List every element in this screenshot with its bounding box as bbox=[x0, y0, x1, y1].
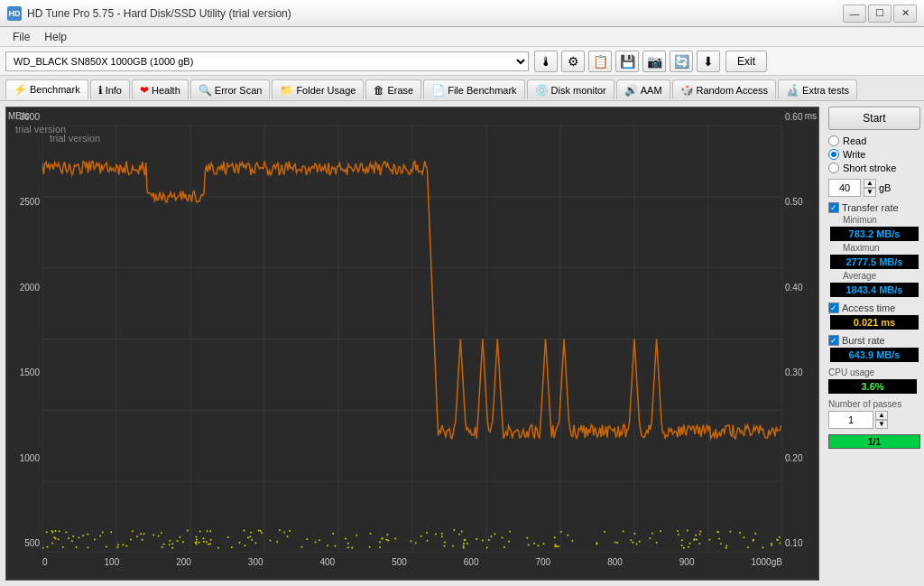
svg-point-211 bbox=[656, 542, 658, 544]
radio-short-stroke[interactable]: Short stroke bbox=[828, 163, 920, 173]
erase-tab-icon: 🗑 bbox=[374, 84, 384, 97]
y-right-0.20: 0.20 bbox=[785, 453, 816, 463]
svg-point-197 bbox=[779, 542, 781, 544]
transfer-rate-checkbox[interactable]: ✓ bbox=[828, 202, 839, 213]
svg-point-45 bbox=[379, 541, 381, 543]
svg-point-66 bbox=[678, 534, 679, 535]
radio-write[interactable]: Write bbox=[828, 149, 920, 160]
app-title: HD Tune Pro 5.75 - Hard Disk/SSD Utility… bbox=[27, 7, 291, 20]
tab-aam[interactable]: 🔊 AAM bbox=[616, 79, 670, 99]
access-time-checkbox[interactable]: ✓ bbox=[828, 302, 839, 313]
file-menu[interactable]: File bbox=[5, 29, 37, 45]
save-icon-btn[interactable]: 💾 bbox=[615, 51, 639, 72]
svg-point-29 bbox=[140, 533, 142, 535]
svg-point-140 bbox=[51, 531, 53, 533]
svg-point-150 bbox=[762, 546, 763, 548]
x-label-700: 700 bbox=[535, 557, 550, 567]
svg-point-42 bbox=[78, 536, 79, 538]
settings-icon-btn[interactable]: ⚙ bbox=[561, 51, 585, 72]
y-right-0.60: 0.60 bbox=[785, 112, 816, 122]
svg-point-88 bbox=[623, 530, 624, 532]
refresh-icon-btn[interactable]: 🔄 bbox=[670, 51, 693, 72]
disk-selector[interactable]: WD_BLACK SN850X 1000GB (1000 gB) bbox=[5, 51, 529, 71]
main-content: MB/s 3000 2500 2000 1500 1000 500 ms 0.6… bbox=[0, 101, 924, 586]
svg-point-115 bbox=[476, 538, 477, 540]
tab-info[interactable]: ℹ Info bbox=[90, 79, 130, 99]
tab-file-benchmark[interactable]: 📄 File Benchmark bbox=[423, 79, 524, 99]
svg-point-46 bbox=[639, 541, 641, 543]
benchmark-tab-icon: ⚡ bbox=[14, 83, 27, 96]
svg-point-210 bbox=[46, 546, 48, 548]
start-button[interactable]: Start bbox=[828, 107, 920, 130]
transfer-rate-label: Transfer rate bbox=[842, 202, 899, 213]
camera-icon-btn[interactable]: 📷 bbox=[642, 51, 666, 72]
svg-point-105 bbox=[687, 530, 688, 532]
svg-point-112 bbox=[369, 546, 371, 548]
svg-point-164 bbox=[163, 544, 165, 545]
cpu-usage-section: CPU usage 3.6% bbox=[828, 367, 920, 394]
svg-point-206 bbox=[53, 536, 55, 538]
svg-point-218 bbox=[306, 538, 308, 540]
passes-down-btn[interactable]: ▼ bbox=[875, 420, 888, 429]
svg-point-51 bbox=[651, 533, 653, 535]
svg-point-71 bbox=[370, 533, 372, 535]
tab-erase[interactable]: 🗑 Erase bbox=[365, 79, 421, 99]
maximize-button[interactable]: ☐ bbox=[868, 5, 892, 23]
svg-point-128 bbox=[427, 540, 429, 542]
tab-health[interactable]: ❤ Health bbox=[132, 79, 189, 99]
svg-point-138 bbox=[136, 535, 138, 537]
error-scan-tab-icon: 🔍 bbox=[199, 84, 212, 97]
svg-point-81 bbox=[463, 543, 465, 544]
svg-point-190 bbox=[777, 539, 779, 541]
svg-point-114 bbox=[560, 531, 562, 533]
svg-point-60 bbox=[203, 541, 205, 543]
tab-folder-usage[interactable]: 📁 Folder Usage bbox=[272, 79, 364, 99]
svg-point-147 bbox=[334, 545, 336, 547]
svg-point-217 bbox=[283, 531, 285, 533]
help-menu[interactable]: Help bbox=[37, 29, 74, 45]
svg-point-104 bbox=[567, 535, 568, 536]
svg-point-208 bbox=[315, 542, 317, 544]
tab-random-access[interactable]: 🎲 Random Access bbox=[672, 79, 776, 99]
minimize-button[interactable]: — bbox=[843, 5, 866, 23]
close-button[interactable]: ✕ bbox=[893, 5, 917, 23]
passes-input[interactable] bbox=[828, 411, 873, 429]
stroke-input[interactable] bbox=[828, 179, 861, 197]
stroke-down-btn[interactable]: ▼ bbox=[864, 188, 876, 197]
svg-point-98 bbox=[681, 544, 683, 546]
tab-disk-monitor[interactable]: 💿 Disk monitor bbox=[527, 79, 614, 99]
exit-button[interactable]: Exit bbox=[725, 51, 767, 72]
svg-point-174 bbox=[452, 545, 454, 547]
svg-point-95 bbox=[528, 544, 530, 546]
stroke-row: ▲ ▼ gB bbox=[828, 179, 920, 197]
stroke-up-btn[interactable]: ▲ bbox=[864, 179, 876, 188]
svg-point-130 bbox=[125, 545, 127, 547]
svg-point-177 bbox=[249, 535, 251, 537]
svg-point-96 bbox=[482, 540, 484, 542]
svg-point-195 bbox=[632, 542, 633, 544]
svg-point-139 bbox=[62, 546, 64, 548]
svg-point-43 bbox=[102, 532, 104, 534]
svg-point-141 bbox=[260, 530, 262, 532]
svg-point-73 bbox=[179, 536, 180, 538]
minimum-label: Minimun bbox=[828, 215, 920, 225]
tab-benchmark[interactable]: ⚡ Benchmark bbox=[5, 79, 88, 99]
tab-error-scan[interactable]: 🔍 Error Scan bbox=[190, 79, 271, 99]
svg-point-189 bbox=[122, 544, 124, 546]
svg-point-183 bbox=[537, 544, 539, 546]
svg-point-172 bbox=[604, 531, 605, 533]
burst-rate-checkbox[interactable]: ✓ bbox=[828, 335, 839, 346]
svg-point-165 bbox=[463, 547, 465, 549]
cpu-usage-label: CPU usage bbox=[828, 367, 920, 377]
menu-bar: File Help bbox=[0, 27, 924, 47]
passes-up-btn[interactable]: ▲ bbox=[875, 411, 888, 420]
random-access-tab-icon: 🎲 bbox=[680, 84, 694, 97]
x-label-0: 0 bbox=[42, 557, 48, 567]
svg-point-53 bbox=[754, 533, 756, 535]
radio-read[interactable]: Read bbox=[828, 135, 920, 146]
copy-icon-btn[interactable]: 📋 bbox=[588, 51, 612, 72]
temperature-icon-btn[interactable]: 🌡 bbox=[534, 51, 558, 72]
svg-point-126 bbox=[494, 533, 495, 535]
download-icon-btn[interactable]: ⬇ bbox=[697, 51, 720, 72]
tab-extra-tests[interactable]: 🔬 Extra tests bbox=[778, 79, 857, 99]
